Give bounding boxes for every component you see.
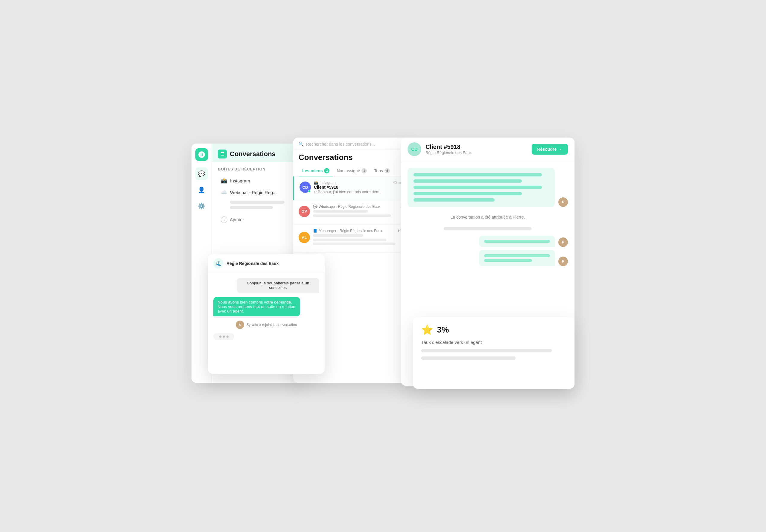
- inbox-section-label: Boîtes de réception: [218, 167, 296, 171]
- client-name: Client #5918: [426, 144, 472, 150]
- search-bar-container: 🔍 Rechercher dans les conversations...: [293, 138, 410, 150]
- online-indicator: [308, 190, 310, 193]
- bubble-line-2b: [484, 259, 532, 262]
- msg-line-5: [414, 198, 495, 202]
- avatar-initials-gv: GV: [301, 209, 307, 214]
- right-header: CD Client #5918 Régie Régionale des Eaux…: [401, 138, 575, 161]
- nav-contacts[interactable]: 👤: [195, 184, 208, 196]
- placeholder-line-1: [444, 227, 532, 230]
- msg-line-3: [414, 186, 542, 189]
- conv-preview-1: ↩ Bonjour, j'ai bien compris votre dem..…: [314, 190, 405, 194]
- conv-source-1: 📸 Instagram: [314, 181, 335, 185]
- tab-les-miens-label: Les miens: [302, 168, 322, 173]
- conversation-item-1[interactable]: CD 📸 Instagram 40 min. Client #5918: [293, 176, 410, 200]
- msg-line-1: [414, 173, 542, 176]
- avatar-initials-al: AL: [301, 235, 307, 240]
- dot-2: [223, 336, 225, 338]
- tab-tous-label: Tous: [374, 168, 383, 173]
- scene: 💬 👤 ⚙️ ☰ Conversations Boîtes de récepti…: [191, 138, 575, 395]
- client-details: Client #5918 Régie Régionale des Eaux: [426, 144, 472, 155]
- client-avatar: CD: [408, 142, 421, 156]
- nav-conversations[interactable]: 💬: [195, 167, 208, 180]
- instagram-icon: 📸: [221, 178, 227, 184]
- tab-les-miens[interactable]: Les miens 3: [298, 166, 333, 176]
- outgoing-bubbles: P P: [408, 236, 568, 266]
- dot-3: [226, 336, 229, 338]
- avatar-initials-cd: CD: [302, 185, 308, 190]
- chat-company-logo: 🌊: [213, 258, 223, 269]
- conversations-list: CD 📸 Instagram 40 min. Client #5918: [293, 176, 410, 253]
- star-icon: ⭐: [421, 324, 433, 336]
- whatsapp-icon: 💬: [313, 205, 317, 209]
- instagram-small-icon: 📸: [314, 181, 318, 185]
- add-inbox-item[interactable]: + Ajouter: [212, 214, 302, 226]
- client-info: CD Client #5918 Régie Régionale des Eaux: [408, 142, 472, 156]
- conv-preview-placeholder-3a: [313, 239, 386, 241]
- stats-body: ⭐ 3% Taux d'escalade vers un agent: [413, 317, 575, 367]
- resolve-button[interactable]: Résoudre: [532, 144, 568, 155]
- sidebar-item-webchat[interactable]: ☁️ Webchat - Régie Rég...: [218, 187, 296, 198]
- agent-avatar-1: P: [558, 197, 568, 207]
- dot-1: [219, 336, 221, 338]
- conv-name-1: Client #5918: [314, 185, 405, 190]
- stats-main: ⭐ 3%: [421, 324, 566, 336]
- inbox-placeholder-1: [230, 201, 284, 204]
- conv-avatar-al: AL: [298, 232, 310, 243]
- inbox-section: Boîtes de réception 📸 Instagram ☁️ Webch…: [212, 162, 302, 214]
- reply-icon: ↩: [314, 190, 316, 194]
- inbox-webchat-label: Webchat - Régie Rég...: [230, 190, 277, 195]
- sidebar-title: ☰ Conversations: [218, 150, 296, 158]
- webchat-icon: ☁️: [221, 189, 227, 196]
- chat-agent-avatar: S: [236, 321, 244, 329]
- agent-avatar-2: P: [558, 237, 568, 247]
- inbox-instagram-label: Instagram: [230, 178, 250, 183]
- chat-preview-body: Bonjour, je souhaiterais parler à un con…: [208, 272, 325, 345]
- search-bar[interactable]: 🔍 Rechercher dans les conversations...: [298, 142, 405, 147]
- conversation-item-2[interactable]: GV 💬 Whatsapp - Régie Régionale des Eaux…: [293, 200, 410, 225]
- chat-company-name: Régie Régionale des Eaux: [226, 261, 278, 266]
- conv-preview-placeholder-2: [313, 214, 391, 217]
- right-body: P La conversation a été attribuée à Pier…: [401, 161, 575, 273]
- msg-line-4: [414, 192, 522, 195]
- sidebar-item-instagram[interactable]: 📸 Instagram: [218, 175, 296, 187]
- conv-name-placeholder-3: [313, 234, 363, 237]
- chat-assigned-text: Sylvain a rejoint la conversation: [246, 323, 297, 327]
- incoming-message-card: [408, 168, 555, 207]
- nav-settings[interactable]: ⚙️: [195, 200, 208, 212]
- client-initials: CD: [411, 147, 418, 152]
- chat-bot-bubble: Nous avons bien compris votre demande. N…: [213, 297, 300, 316]
- sidebar-title-text: Conversations: [230, 150, 275, 158]
- inbox-placeholder-2: [230, 206, 273, 209]
- stats-card: ⭐ 3% Taux d'escalade vers un agent: [413, 317, 575, 389]
- outgoing-bubble-2: [479, 250, 555, 266]
- conversation-item-3[interactable]: AL 📘 Messenger - Régie Régionale des Eau…: [293, 225, 410, 253]
- sidebar-header: ☰ Conversations: [212, 144, 302, 162]
- bubble-line-1: [484, 240, 550, 243]
- add-label: Ajouter: [230, 217, 244, 222]
- tab-les-miens-badge: 3: [324, 168, 329, 173]
- conv-meta-3: 📘 Messenger - Régie Régionale des Eaux H…: [313, 229, 405, 246]
- chat-user-bubble: Bonjour, je souhaiterais parler à un con…: [237, 278, 319, 293]
- tab-tous[interactable]: Tous 4: [370, 166, 394, 176]
- conv-avatar-gv: GV: [298, 206, 310, 217]
- tab-non-assigne[interactable]: Non assigné 1: [333, 166, 370, 176]
- attribution-message: La conversation a été attribuée à Pierre…: [408, 212, 568, 222]
- client-company: Régie Régionale des Eaux: [426, 150, 472, 155]
- agent-avatar-3: P: [558, 257, 568, 266]
- conv-source-2: 💬 Whatsapp - Régie Régionale des Eaux: [313, 205, 380, 209]
- conversations-title: Conversations: [293, 150, 410, 166]
- search-icon: 🔍: [298, 142, 304, 147]
- tab-non-assigne-badge: 1: [361, 168, 367, 173]
- resolve-label: Résoudre: [537, 147, 557, 152]
- conversations-tabs: Les miens 3 Non assigné 1 Tous 4: [293, 166, 410, 176]
- app-logo: [195, 148, 208, 161]
- conv-name-placeholder-2: [313, 210, 368, 213]
- conv-preview-placeholder-3b: [313, 243, 395, 245]
- bubble-line-2a: [484, 254, 550, 257]
- conv-avatar-cd: CD: [299, 182, 311, 193]
- tab-non-assigne-label: Non assigné: [336, 168, 360, 173]
- msg-line-2: [414, 179, 522, 183]
- chat-preview-header: 🌊 Régie Régionale des Eaux: [208, 254, 325, 272]
- outgoing-bubble-1: [479, 236, 555, 247]
- search-placeholder: Rechercher dans les conversations...: [306, 142, 375, 147]
